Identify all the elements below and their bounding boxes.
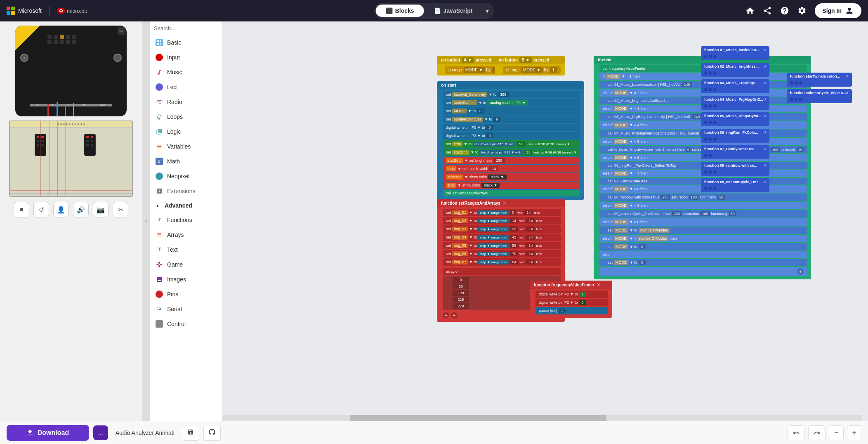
component-2: [84, 134, 96, 156]
category-game[interactable]: Game: [150, 257, 222, 272]
fn-08[interactable]: function 08_rainbow with co... ↺: [701, 162, 769, 176]
fn-03[interactable]: function 03_Music_FrgRingS... ↺: [701, 79, 769, 93]
download-label: Download: [38, 429, 69, 437]
zoom-in-button[interactable]: +: [847, 425, 861, 440]
sim-screenshot[interactable]: 📷: [93, 202, 108, 217]
category-functions[interactable]: f Functions: [150, 213, 222, 227]
sim-fullscreen[interactable]: ✂: [113, 202, 128, 217]
tabs-more-button[interactable]: ▾: [482, 5, 492, 17]
sign-in-button[interactable]: Sign In: [815, 3, 861, 18]
advanced-arrow: ▲: [156, 203, 160, 208]
category-variables[interactable]: Variables: [150, 139, 222, 154]
button-b[interactable]: B: [113, 54, 122, 62]
fn-star-twinkle[interactable]: function starTwinkle colori... ↺: [787, 73, 852, 87]
github-button[interactable]: [203, 425, 221, 441]
category-music[interactable]: Music: [150, 65, 222, 80]
download-more-button[interactable]: ...: [93, 425, 108, 440]
category-led[interactable]: Led: [150, 80, 222, 94]
download-button[interactable]: Download: [7, 425, 89, 441]
wire-orange: [73, 103, 74, 116]
serial-icon: [156, 305, 163, 313]
button-b-event[interactable]: on button B ▼ pressed change MODE ▼ by 1: [495, 56, 565, 76]
pins-label: Pins: [167, 291, 178, 298]
category-basic[interactable]: Basic: [150, 35, 222, 50]
fn-09[interactable]: function 09_columnCycle_One... ↺: [701, 178, 769, 192]
microsoft-icon: [7, 7, 15, 15]
microsoft-brand: Microsoft: [7, 7, 42, 15]
sim-slow[interactable]: 👤: [53, 202, 69, 217]
board-notch: [118, 27, 125, 35]
category-loops[interactable]: Loops: [150, 109, 222, 124]
led-label: Led: [167, 84, 177, 90]
undo-button[interactable]: [788, 425, 805, 440]
arrays-label: Arrays: [167, 231, 184, 238]
sim-sound[interactable]: 🔊: [73, 202, 89, 217]
category-serial[interactable]: Serial: [150, 302, 222, 316]
category-pins[interactable]: Pins: [150, 287, 222, 302]
microbit-board: A B 0 1 2 3V GND: [15, 26, 127, 116]
category-advanced[interactable]: ▲ Advanced: [150, 198, 222, 213]
help-button[interactable]: [780, 6, 789, 15]
button-a[interactable]: A: [20, 54, 28, 62]
category-images[interactable]: Images: [150, 272, 222, 287]
category-control[interactable]: Control: [150, 316, 222, 331]
sim-controls: ■ ↺ 👤 🔊 📷 ✂: [14, 202, 128, 217]
bottom-bar: Download ... Audio Analyzer Animati − +: [0, 421, 868, 444]
panel-toggle[interactable]: ‹: [142, 21, 150, 421]
settings-icon: [797, 6, 807, 15]
search-input[interactable]: [154, 25, 222, 31]
fn-01[interactable]: function 01_Music_basicVisu... ↺: [701, 46, 769, 60]
category-math[interactable]: # Math: [150, 154, 222, 169]
home-button[interactable]: [745, 6, 755, 15]
fn-blocks-column: function 01_Music_basicVisu... ↺ functio…: [701, 46, 769, 195]
svg-point-6: [60, 10, 62, 12]
category-input[interactable]: Input: [150, 50, 222, 65]
on-start-block[interactable]: on start setbaseVal_Sensitivity▼ to300 s…: [437, 81, 584, 200]
fn-06[interactable]: function 06_ringRun_FxColo... ↺: [701, 129, 769, 143]
redo-button[interactable]: [808, 425, 826, 440]
led-matrix: [47, 35, 77, 44]
share-button[interactable]: [763, 6, 772, 15]
workspace[interactable]: on button A ▼ pressed change MODE ▼ by 1…: [222, 21, 868, 421]
top-navigation: Microsoft micro:bit ⬛ Blocks 📄 JavaScrip…: [0, 0, 868, 21]
advanced-label: Advanced: [165, 202, 192, 209]
basic-label: Basic: [167, 39, 181, 46]
zoom-out-button[interactable]: −: [829, 425, 843, 440]
wire-red: [47, 104, 49, 116]
svg-rect-9: [157, 43, 159, 45]
loops-icon: [156, 113, 163, 120]
control-icon: [156, 320, 163, 328]
category-radio[interactable]: Radio: [150, 94, 222, 109]
category-neopixel[interactable]: Neopixel: [150, 169, 222, 184]
save-project-button[interactable]: [182, 425, 199, 441]
editor-tabs: ⬛ Blocks 📄 JavaScript ▾: [374, 3, 494, 19]
horizontal-scrollbar[interactable]: [222, 415, 862, 421]
pin-connector: 0 1 2 3V GND: [30, 104, 112, 106]
blocks-tab[interactable]: ⬛ Blocks: [376, 5, 424, 17]
github-icon: [209, 429, 215, 435]
extensions-label: Extensions: [167, 188, 195, 194]
nav-right-icons: Sign In: [745, 3, 861, 18]
javascript-tab[interactable]: 📄 JavaScript: [424, 5, 483, 17]
svg-rect-10: [160, 43, 161, 45]
fn-column-cycle[interactable]: function columnCycle_Wipe c... ↺: [787, 89, 852, 103]
sim-stop[interactable]: ■: [14, 202, 29, 217]
category-extensions[interactable]: Extensions: [150, 184, 222, 198]
freq-value-finder[interactable]: function frequencyValueFinder digital wr…: [530, 281, 612, 318]
category-logic[interactable]: Logic: [150, 124, 222, 139]
more-dots: ...: [98, 430, 103, 436]
download-icon: [27, 429, 34, 437]
settings-button[interactable]: [797, 6, 807, 15]
scrollbar-thumb[interactable]: [350, 415, 606, 421]
fn-05[interactable]: function 05_Music_RingsByVo... ↺: [701, 112, 769, 126]
neopixel-label: Neopixel: [167, 173, 189, 179]
svg-rect-8: [160, 40, 161, 42]
category-arrays[interactable]: Arrays: [150, 227, 222, 242]
fn-02[interactable]: function 02_Music_brightnes... ↺: [701, 63, 769, 77]
home-icon: [745, 6, 755, 15]
fn-07[interactable]: function 07_CandyConeTree ↺: [701, 145, 769, 159]
category-text[interactable]: Text: [150, 242, 222, 257]
fn-04[interactable]: function 04_Music_FrgMopOnE... ↺: [701, 96, 769, 110]
sim-restart[interactable]: ↺: [33, 202, 49, 217]
fn-close-icon: [596, 282, 601, 287]
